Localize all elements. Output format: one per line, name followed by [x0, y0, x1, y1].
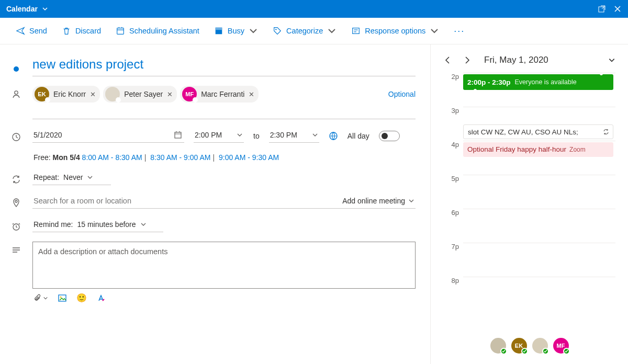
app-menu[interactable]: Calendar — [6, 5, 48, 13]
svg-rect-1 — [117, 28, 124, 35]
end-time-picker[interactable]: 2:30 PM — [269, 129, 319, 143]
remove-attendee-icon[interactable]: ✕ — [249, 90, 254, 98]
popout-icon[interactable] — [598, 5, 606, 13]
attendee-chip[interactable]: MF Marc Ferranti ✕ — [180, 86, 259, 103]
resize-handle[interactable] — [473, 88, 478, 90]
paperclip-icon — [33, 294, 42, 302]
attach-button[interactable] — [33, 294, 48, 302]
free-slot-link[interactable]: 8:00 AM - 8:30 AM — [82, 153, 142, 162]
location-input[interactable] — [33, 197, 342, 205]
discard-label: Discard — [75, 27, 101, 35]
event-location: Zoom — [569, 146, 586, 153]
scheduling-icon — [116, 26, 125, 36]
description-placeholder: Add a description or attach documents — [38, 247, 167, 256]
reminder-icon — [11, 221, 21, 232]
chevron-down-icon — [43, 295, 48, 301]
categorize-button[interactable]: Categorize — [273, 26, 337, 36]
hour-label: 6p — [443, 209, 463, 217]
attendee-name: Marc Ferranti — [201, 90, 244, 98]
free-slot-link[interactable]: 9:00 AM - 9:30 AM — [219, 153, 279, 162]
attendee-availability-avatars: EK MF — [443, 332, 615, 354]
send-icon — [16, 26, 25, 36]
chevron-down-icon — [249, 26, 258, 36]
avatar[interactable] — [532, 338, 548, 354]
schedule-sidepane: Fri, May 1, 2020 2p 2:00p - 2:30p Everyo… — [430, 44, 628, 364]
recurring-icon — [602, 128, 610, 135]
resize-handle[interactable] — [599, 74, 604, 76]
chevron-down-icon[interactable] — [608, 56, 615, 64]
response-icon — [351, 26, 361, 36]
svg-point-4 — [275, 29, 276, 30]
attendee-chip[interactable]: EK Eric Knorr ✕ — [32, 86, 100, 103]
date-picker[interactable]: 5/1/2020 — [32, 129, 184, 143]
scheduling-label: Scheduling Assistant — [129, 27, 199, 35]
categorize-label: Categorize — [286, 27, 323, 35]
avatar — [105, 87, 120, 101]
location-icon — [11, 198, 21, 208]
chevron-down-icon — [140, 221, 147, 228]
attendee-input[interactable] — [32, 106, 416, 119]
svg-rect-12 — [59, 295, 66, 301]
available-badge — [521, 348, 528, 355]
hour-label: 5p — [443, 175, 463, 183]
avatar[interactable] — [490, 338, 506, 354]
chevron-down-icon — [237, 132, 243, 138]
clock-icon — [11, 132, 21, 142]
to-label: to — [253, 132, 260, 140]
avatar[interactable]: EK — [511, 338, 527, 354]
busy-icon — [214, 26, 223, 36]
discard-button[interactable]: Discard — [62, 26, 101, 36]
remove-attendee-icon[interactable]: ✕ — [90, 90, 96, 98]
start-time-picker[interactable]: 2:00 PM — [194, 129, 244, 143]
reminder-picker[interactable]: Remind me: 15 minutes before — [32, 218, 163, 232]
hour-label: 8p — [443, 277, 463, 285]
remove-attendee-icon[interactable]: ✕ — [167, 90, 173, 98]
free-label: Free: — [33, 153, 51, 162]
calendar-color-bullet[interactable] — [14, 66, 19, 72]
allday-toggle[interactable] — [379, 131, 400, 141]
free-day: Mon 5/4 — [53, 153, 80, 162]
optional-attendees-link[interactable]: Optional — [388, 90, 416, 98]
repeat-label: Repeat: — [33, 173, 59, 181]
mini-calendar[interactable]: 2p 2:00p - 2:30p Everyone is available 3… — [443, 73, 615, 332]
repeat-picker[interactable]: Repeat: Never — [32, 171, 111, 185]
avatar[interactable]: MF — [553, 338, 569, 354]
allday-label: All day — [347, 132, 369, 140]
scheduling-assistant-button[interactable]: Scheduling Assistant — [116, 26, 199, 36]
more-button[interactable]: ··· — [454, 26, 465, 37]
remind-label: Remind me: — [33, 220, 73, 229]
calendar-event[interactable]: Optional Friday happy half-hour Zoom — [463, 142, 613, 157]
busy-button[interactable]: Busy — [214, 26, 258, 36]
svg-point-10 — [15, 200, 17, 202]
description-input[interactable]: Add a description or attach documents — [32, 242, 416, 289]
chevron-down-icon — [42, 6, 48, 12]
attendee-chip[interactable]: Peter Sayer ✕ — [103, 86, 177, 103]
prev-day-button[interactable] — [443, 55, 453, 65]
titlebar: Calendar — [0, 0, 628, 18]
calendar-event[interactable]: slot CW NZ, CW AU, CSO AU NLs; — [463, 124, 613, 139]
emoji-icon[interactable]: 🙂 — [76, 293, 87, 303]
subject-input[interactable] — [32, 57, 416, 76]
remind-value: 15 minutes before — [77, 220, 136, 229]
image-icon[interactable] — [58, 293, 67, 303]
free-slot-link[interactable]: 8:30 AM - 9:00 AM — [150, 153, 210, 162]
next-day-button[interactable] — [462, 55, 472, 65]
chevron-down-icon — [430, 26, 439, 36]
tag-icon — [273, 26, 282, 36]
description-toolbar: 🙂 — [32, 289, 416, 307]
person-icon — [11, 89, 21, 99]
proposed-slot[interactable]: 2:00p - 2:30p Everyone is available — [463, 74, 613, 90]
trash-icon — [62, 26, 71, 36]
slot-status: Everyone is available — [515, 78, 577, 86]
available-badge — [500, 348, 507, 355]
event-title: Optional Friday happy half-hour — [467, 145, 566, 153]
add-online-meeting-button[interactable]: Add online meeting — [342, 197, 414, 205]
end-time-value: 2:30 PM — [270, 131, 297, 139]
send-button[interactable]: Send — [16, 26, 47, 36]
timezone-icon[interactable] — [329, 131, 338, 141]
attendees-list: EK Eric Knorr ✕ Peter Sayer ✕ MF Marc Fe… — [32, 86, 381, 103]
format-icon[interactable] — [96, 293, 106, 303]
svg-rect-8 — [175, 132, 181, 138]
response-options-button[interactable]: Response options — [351, 26, 439, 36]
close-icon[interactable] — [613, 5, 622, 13]
